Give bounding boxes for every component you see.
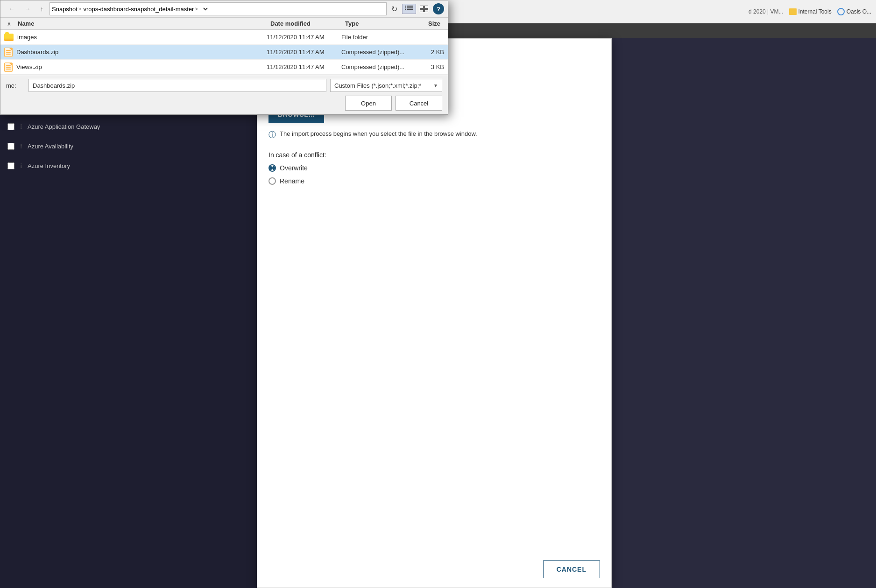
detail-view-button[interactable]	[402, 4, 416, 14]
bookmark-internal-tools-label: Internal Tools	[798, 8, 832, 15]
column-name[interactable]: Name	[14, 20, 267, 27]
file-size-views: 3 KB	[407, 63, 444, 70]
drag-icon: ⁞	[20, 162, 22, 169]
rename-radio[interactable]	[268, 177, 276, 185]
folder-icon	[789, 8, 797, 15]
file-row-dashboards[interactable]: Dashboards.zip 11/12/2020 11:47 AM Compr…	[0, 45, 448, 60]
svg-rect-9	[424, 9, 428, 12]
svg-rect-4	[405, 9, 406, 10]
drag-icon: ⁞	[20, 123, 22, 130]
forward-button[interactable]: →	[20, 3, 35, 14]
file-dialog-toolbar: ← → ↑ Snapshot > vrops-dashboard-snapsho…	[0, 0, 448, 18]
svg-rect-8	[420, 9, 424, 12]
azure-inventory-checkbox[interactable]	[7, 162, 14, 169]
path-bar: Snapshot > vrops-dashboard-snapshot_deta…	[49, 2, 387, 15]
path-dropdown[interactable]	[200, 5, 209, 13]
zip-icon-views	[4, 63, 13, 72]
filename-row: me: Custom Files (*.json;*.xml;*.zip;* ▼	[6, 79, 442, 92]
bookmark-oasis[interactable]: Oasis O...	[837, 8, 871, 15]
dialog-action-buttons: Open Cancel	[6, 96, 442, 111]
help-button[interactable]: ?	[433, 3, 444, 14]
bookmarks-bar-label: d 2020 | VM...	[749, 8, 784, 15]
filename-label-dashboards: Dashboards.zip	[16, 49, 58, 56]
file-type-images: File folder	[341, 34, 407, 41]
rename-label: Rename	[280, 177, 304, 185]
svg-rect-1	[407, 6, 413, 7]
navigation-buttons: ← → ↑	[4, 3, 48, 14]
file-name-images: images	[4, 34, 267, 41]
path-arrow-1: >	[78, 6, 81, 12]
rename-option[interactable]: Rename	[268, 177, 600, 185]
list-item-azure-app-gateway[interactable]: ⁞ Azure Application Gateway	[0, 117, 252, 136]
list-item-label: Azure Application Gateway	[28, 123, 100, 130]
file-name-dashboards: Dashboards.zip	[4, 48, 267, 57]
conflict-section: In case of a conflict: Overwrite Rename	[268, 151, 600, 185]
filename-label-images: images	[17, 34, 37, 41]
back-button[interactable]: ←	[4, 3, 19, 14]
info-row: ⓘ The import process begins when you sel…	[268, 130, 600, 140]
info-text: The import process begins when you selec…	[280, 130, 477, 137]
up-button[interactable]: ↑	[36, 3, 48, 14]
file-name-views: Views.zip	[4, 63, 267, 72]
filetype-label: Custom Files (*.json;*.xml;*.zip;*	[334, 82, 421, 89]
column-date-modified[interactable]: Date modified	[267, 20, 341, 27]
overwrite-option[interactable]: Overwrite	[268, 164, 600, 172]
column-up-button[interactable]: ∧	[4, 20, 14, 28]
preview-view-button[interactable]	[417, 4, 431, 14]
svg-rect-2	[405, 7, 406, 8]
path-segment-detail: vrops-dashboard-snapshot_detail-master >	[83, 6, 198, 13]
list-item-azure-availability[interactable]: ⁞ Azure Availability	[0, 136, 252, 156]
list-item-azure-inventory[interactable]: ⁞ Azure Inventory	[0, 156, 252, 175]
globe-icon	[837, 8, 845, 15]
file-date-images: 11/12/2020 11:47 AM	[267, 34, 341, 41]
file-dialog-bottom: me: Custom Files (*.json;*.xml;*.zip;* ▼…	[0, 75, 448, 114]
file-row-views[interactable]: Views.zip 11/12/2020 11:47 AM Compressed…	[0, 60, 448, 75]
overwrite-label: Overwrite	[280, 164, 308, 172]
file-open-dialog: ← → ↑ Snapshot > vrops-dashboard-snapsho…	[0, 0, 448, 115]
overwrite-radio[interactable]	[268, 164, 276, 172]
column-type[interactable]: Type	[341, 20, 407, 27]
path-segment-snapshot: Snapshot >	[52, 6, 81, 13]
refresh-button[interactable]: ↻	[389, 4, 400, 14]
path-snapshot: Snapshot	[52, 6, 78, 13]
svg-rect-0	[405, 6, 406, 7]
import-dialog: BROWSE... ⓘ The import process begins wh…	[257, 38, 612, 588]
open-button[interactable]: Open	[345, 96, 392, 111]
filename-input[interactable]	[28, 79, 326, 92]
filename-label-prefix: me:	[6, 82, 25, 89]
bookmark-internal-tools[interactable]: Internal Tools	[789, 8, 832, 15]
info-icon: ⓘ	[268, 130, 276, 140]
filename-label-views: Views.zip	[16, 63, 42, 70]
azure-availability-checkbox[interactable]	[7, 143, 14, 150]
svg-rect-7	[424, 6, 428, 8]
folder-icon-images	[4, 34, 14, 41]
file-size-dashboards: 2 KB	[407, 49, 444, 56]
import-cancel-button[interactable]: CANCEL	[543, 560, 600, 578]
svg-rect-6	[420, 6, 424, 8]
file-date-dashboards: 11/12/2020 11:47 AM	[267, 49, 341, 56]
azure-app-gateway-checkbox[interactable]	[7, 123, 14, 130]
detail-view-icon	[405, 6, 413, 12]
file-dialog-cancel-button[interactable]: Cancel	[396, 96, 442, 111]
view-toggle	[402, 4, 431, 14]
file-type-views: Compressed (zipped)...	[341, 63, 407, 70]
conflict-label: In case of a conflict:	[268, 151, 600, 159]
zip-icon-dashboards	[4, 48, 13, 57]
list-item-label: Azure Availability	[28, 143, 73, 150]
file-list-area: images 11/12/2020 11:47 AM File folder	[0, 30, 448, 75]
drag-icon: ⁞	[20, 142, 22, 150]
filetype-arrow: ▼	[433, 83, 438, 88]
path-detail: vrops-dashboard-snapshot_detail-master	[83, 6, 194, 13]
file-type-dashboards: Compressed (zipped)...	[341, 49, 407, 56]
dialog-footer: CANCEL	[532, 551, 611, 588]
path-arrow-2: >	[195, 6, 198, 12]
preview-view-icon	[420, 6, 428, 12]
list-item-label: Azure Inventory	[28, 162, 70, 169]
file-row-images[interactable]: images 11/12/2020 11:47 AM File folder	[0, 30, 448, 45]
svg-rect-3	[407, 7, 413, 8]
svg-rect-5	[407, 9, 413, 10]
filetype-dropdown[interactable]: Custom Files (*.json;*.xml;*.zip;* ▼	[330, 79, 442, 92]
column-size[interactable]: Size	[407, 20, 444, 27]
file-date-views: 11/12/2020 11:47 AM	[267, 63, 341, 70]
bookmark-oasis-label: Oasis O...	[847, 8, 871, 15]
